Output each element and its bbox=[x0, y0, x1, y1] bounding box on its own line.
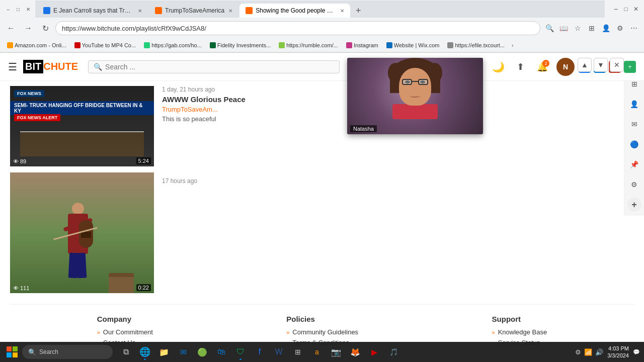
taskbar-app-music[interactable]: ▶ bbox=[365, 343, 383, 361]
notifications-button[interactable]: 🔔 2 bbox=[534, 59, 550, 75]
tab-ejeancarroll[interactable]: E Jean Carroll says that Trump c... ✕ bbox=[37, 4, 148, 18]
float-close-button[interactable]: ✕ bbox=[610, 58, 624, 72]
windows-logo-icon bbox=[7, 346, 18, 357]
taskbar-app-store[interactable]: 🛍 bbox=[212, 343, 230, 361]
person-head bbox=[72, 203, 84, 215]
video-thumbnail-1[interactable]: FOX NEWS SEMI- TRUCK HANGING OFF BRIDGE … bbox=[10, 86, 154, 166]
tray-network-icon[interactable]: 📶 bbox=[584, 348, 592, 356]
tab-close-2[interactable]: ✕ bbox=[228, 8, 232, 14]
footer-columns: Company » Our Commitment » Contact Us Po… bbox=[30, 315, 614, 345]
taskbar-app-chrome[interactable]: 🟢 bbox=[193, 343, 211, 361]
taskbar-search-box[interactable]: 🔍 Search bbox=[22, 345, 113, 359]
glasses-right bbox=[418, 79, 428, 85]
search-btn[interactable]: 🔍 bbox=[543, 22, 555, 34]
bookmark-wix[interactable]: Website | Wix.com bbox=[383, 41, 443, 49]
bookmark-icon-instagram bbox=[346, 42, 352, 48]
logo-bit: BIT bbox=[23, 60, 43, 73]
svg-rect-2 bbox=[7, 352, 12, 357]
taskbar-date-value: 3/3/2024 bbox=[607, 352, 629, 359]
taskbar-app-taskview[interactable]: ⧉ bbox=[117, 343, 135, 361]
win-close[interactable]: ✕ bbox=[632, 5, 640, 13]
extensions-btn[interactable]: ⚙ bbox=[614, 22, 626, 34]
minimize-button[interactable]: – bbox=[4, 5, 12, 13]
back-button[interactable]: ← bbox=[4, 21, 18, 35]
taskbar-app-browser2[interactable]: 🦊 bbox=[346, 343, 364, 361]
taskbar-app-edge[interactable]: 🌐 bbox=[136, 343, 154, 361]
floating-video[interactable]: Natasha bbox=[347, 58, 483, 134]
taskbar-app-facebook[interactable]: f bbox=[251, 343, 269, 361]
win-minimize[interactable]: − bbox=[612, 5, 620, 13]
win-maximize[interactable]: □ bbox=[622, 5, 630, 13]
bitchute-logo[interactable]: BIT CHUTE bbox=[23, 60, 78, 73]
cello-waist bbox=[81, 232, 91, 238]
search-input[interactable] bbox=[105, 63, 334, 71]
sidebar-icon-2[interactable]: 👤 bbox=[627, 97, 641, 111]
floating-video-content bbox=[347, 58, 483, 134]
video-card-1: FOX NEWS SEMI- TRUCK HANGING OFF BRIDGE … bbox=[10, 86, 634, 166]
bookmark-youtube-mp4[interactable]: YouTube to MP4 Co... bbox=[71, 41, 139, 49]
taskbar-app-word[interactable]: W bbox=[270, 343, 288, 361]
sidebar-add-btn[interactable]: + bbox=[627, 198, 641, 212]
bookmark-amazon[interactable]: Amazon.com - Onli... bbox=[4, 41, 69, 49]
footer-policies-heading: Policies bbox=[286, 315, 358, 323]
bookmark-efile[interactable]: https://efile.txcourt... bbox=[444, 41, 507, 49]
bitchute-header: ☰ BIT CHUTE 🔍 🌙 ⬆ 🔔 2 N f ✉ 🔒 + bbox=[0, 53, 644, 81]
taskbar-app-amazon[interactable]: a bbox=[308, 343, 326, 361]
tab-goodpeople[interactable]: Showing the Good people & Ki... ✕ bbox=[239, 4, 350, 18]
notifications-tray-icon[interactable]: 💬 bbox=[633, 349, 640, 355]
taskbar-app-photos[interactable]: 📷 bbox=[327, 343, 345, 361]
maximize-button[interactable]: □ bbox=[14, 5, 22, 13]
taskbar-app-windows[interactable]: ⊞ bbox=[289, 343, 307, 361]
footer-policies: Policies » Community Guidelines » Terms … bbox=[286, 315, 358, 345]
float-down-button[interactable]: ▼ bbox=[594, 58, 608, 72]
bookmark-instagram[interactable]: Instagram bbox=[343, 41, 381, 49]
tab-trumptosaveamerica[interactable]: TrumpToSaveAmerica ✕ bbox=[149, 4, 238, 18]
taskbar-app-media[interactable]: 🎵 bbox=[384, 343, 403, 361]
address-input[interactable] bbox=[55, 21, 540, 35]
tab-close-1[interactable]: ✕ bbox=[138, 8, 142, 14]
start-button[interactable] bbox=[4, 344, 20, 360]
mouth bbox=[410, 95, 420, 98]
search-box[interactable]: 🔍 bbox=[88, 60, 340, 73]
footer-link-community[interactable]: » Community Guidelines bbox=[286, 328, 358, 336]
upload-button[interactable]: ⬆ bbox=[512, 59, 528, 75]
bookmark-fidelity[interactable]: Fidelity Investments... bbox=[207, 41, 274, 49]
reader-btn[interactable]: 📖 bbox=[557, 22, 570, 34]
footer-link-knowledge[interactable]: » Knowledge Base bbox=[492, 328, 547, 336]
close-button[interactable]: ✕ bbox=[24, 5, 32, 13]
sidebar-icon-4[interactable]: 🔵 bbox=[627, 137, 641, 151]
user-avatar[interactable]: N bbox=[556, 58, 575, 76]
truck-visual bbox=[20, 131, 144, 156]
tray-volume-icon[interactable]: 🔊 bbox=[595, 348, 603, 356]
bookmark-btn[interactable]: ☆ bbox=[572, 22, 584, 34]
bookmark-rumble[interactable]: https://rumble.com/... bbox=[276, 41, 341, 49]
tab-close-3[interactable]: ✕ bbox=[340, 8, 344, 14]
sidebar-icon-5[interactable]: 📌 bbox=[627, 157, 641, 171]
bookmark-icon-fidelity bbox=[210, 42, 216, 48]
green-icon[interactable]: + bbox=[624, 61, 636, 73]
tab-favicon-2 bbox=[155, 7, 162, 14]
settings-btn[interactable]: ⋯ bbox=[628, 22, 640, 34]
tray-settings-icon[interactable]: ⚙ bbox=[575, 348, 581, 356]
forward-button[interactable]: → bbox=[21, 21, 35, 35]
video-thumbnail-2[interactable]: 👁 111 0:22 bbox=[10, 172, 154, 293]
bookmark-gab[interactable]: https://gab.com/ho... bbox=[141, 41, 205, 49]
float-up-button[interactable]: ▲ bbox=[578, 58, 592, 72]
taskbar-app-antivirus[interactable]: 🛡 bbox=[231, 343, 250, 361]
new-tab-button[interactable]: + bbox=[351, 4, 365, 18]
refresh-button[interactable]: ↻ bbox=[38, 21, 52, 35]
sidebar-icon-6[interactable]: ⚙ bbox=[627, 177, 641, 192]
footer-link-commitment[interactable]: » Our Commitment bbox=[97, 328, 153, 336]
sidebar-icon-3[interactable]: ✉ bbox=[627, 117, 641, 131]
hamburger-menu[interactable]: ☰ bbox=[8, 61, 17, 73]
taskbar-time[interactable]: 4:03 PM 3/3/2024 bbox=[607, 345, 629, 359]
bookmarks-more[interactable]: › bbox=[512, 42, 514, 48]
collections-btn[interactable]: ⊞ bbox=[586, 22, 598, 34]
taskbar-app-mail[interactable]: ✉ bbox=[174, 343, 192, 361]
window-controls[interactable]: – □ ✕ bbox=[4, 5, 32, 13]
theme-toggle-button[interactable]: 🌙 bbox=[490, 59, 506, 75]
scroll-area[interactable]: FOX NEWS SEMI- TRUCK HANGING OFF BRIDGE … bbox=[0, 81, 644, 345]
profile-btn[interactable]: 👤 bbox=[600, 22, 612, 34]
taskbar-app-explorer[interactable]: 📁 bbox=[155, 343, 173, 361]
footer-link-commitment-text: Our Commitment bbox=[103, 328, 153, 336]
